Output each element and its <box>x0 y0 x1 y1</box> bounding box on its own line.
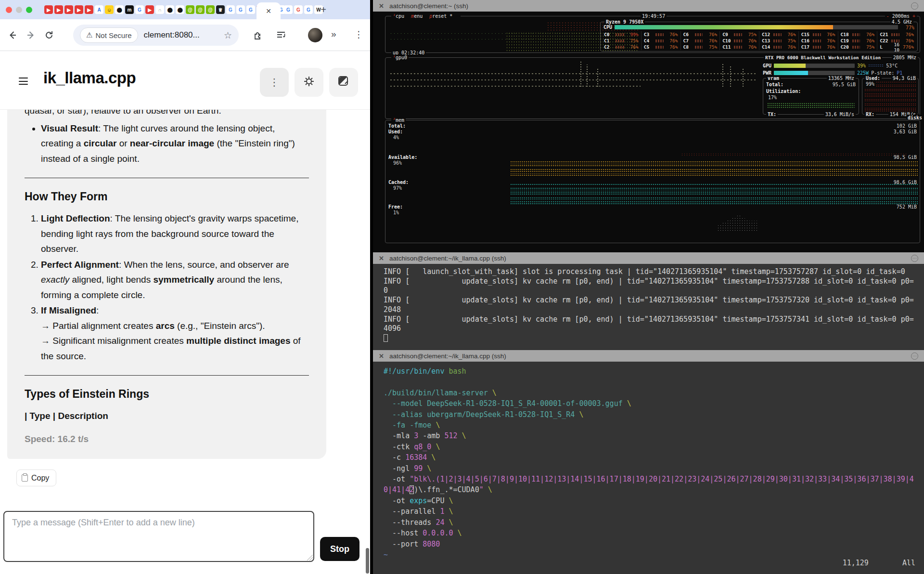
sidebar-menu-icon[interactable] <box>19 78 28 85</box>
vram-util-graph <box>767 103 855 109</box>
pinned-tab-youtube-icon[interactable]: ▶ <box>44 5 53 14</box>
resize-handle[interactable] <box>307 554 313 561</box>
page-scrollbar-thumb[interactable] <box>366 548 369 574</box>
pinned-tab-google-icon[interactable]: G <box>236 5 245 14</box>
btop-tab[interactable]: ¹cpu <box>393 13 404 19</box>
pinned-tab-m-site-icon[interactable]: m <box>125 5 134 14</box>
btop-tab[interactable]: preset * <box>429 13 452 19</box>
server-log-output[interactable]: INFO [ launch_slot_with_task] slot is pr… <box>373 264 924 343</box>
pinned-tab-google-icon[interactable]: G <box>304 5 313 14</box>
pinned-tab-youtube-icon[interactable]: ▶ <box>85 5 93 14</box>
pinned-tab-github-icon[interactable]: ⬤ <box>176 5 184 14</box>
core-cell: C1576% <box>798 31 838 38</box>
pinned-tab-github-icon[interactable]: ⬤ <box>166 5 174 14</box>
overflow-extensions-icon[interactable]: » <box>331 29 336 39</box>
pinned-tab-github-icon[interactable]: ⬤ <box>115 5 124 14</box>
address-bar[interactable]: ⚠ Not Secure clement:8080... ☆ <box>73 25 239 46</box>
pinned-tab-google-icon[interactable]: G <box>135 5 144 14</box>
new-tab-button[interactable]: + <box>318 4 329 15</box>
stop-button[interactable]: Stop <box>320 537 359 561</box>
core-cell: C1876% <box>838 31 877 38</box>
vim-statusline: 11,129 All <box>843 559 915 567</box>
terminal-window-vim: ✕ aatchison@clement:~/ik_llama.cpp (ssh)… <box>373 350 924 574</box>
terminal-menu-icon[interactable]: ⋯ <box>911 255 918 262</box>
extensions-icon[interactable] <box>252 29 264 41</box>
pinned-tab-google-icon[interactable]: G <box>294 5 303 14</box>
screen: ▶▶▶▶▶A☺⬤mG▶∩⬤⬤@@@♛GGG▶L1G ✕ GGGW + ⚠ Not… <box>0 0 924 574</box>
pinned-tabs: ▶▶▶▶▶A☺⬤mG▶∩⬤⬤@@@♛GGG▶L1G <box>44 5 285 14</box>
mem-row-value: 752 MiB <box>897 204 917 209</box>
core-cell: C576% <box>641 44 680 50</box>
divider <box>25 178 309 178</box>
vram-util-label: Utilization: <box>766 89 801 94</box>
security-chip[interactable]: ⚠ Not Secure <box>80 27 138 43</box>
settings-button[interactable] <box>295 68 323 97</box>
bookmark-star-icon[interactable]: ☆ <box>224 30 232 41</box>
copy-button[interactable]: Copy <box>16 470 56 486</box>
browser-menu-icon[interactable]: ⋮ <box>354 29 363 40</box>
mem-available-graph <box>510 161 918 177</box>
pinned-tab-nvidia-icon[interactable]: @ <box>196 5 205 14</box>
pinned-tab-youtube-icon[interactable]: ▶ <box>64 5 73 14</box>
btop-tab[interactable]: menu <box>411 13 423 19</box>
pinned-tab-nvidia-icon[interactable]: @ <box>186 5 194 14</box>
btop-menu-tabs[interactable]: ¹cpumenupreset * <box>391 13 461 19</box>
url-text[interactable]: clement:8080... <box>144 30 224 40</box>
minimize-window-button[interactable] <box>16 7 22 13</box>
cpu-total-percent: 77% <box>906 25 914 30</box>
kebab-icon: ⋮ <box>270 77 280 88</box>
core-cell: C2075% <box>838 44 877 50</box>
terminal-titlebar[interactable]: ✕ aatchison@clement:~ (ssh) ⋯ <box>373 0 924 12</box>
reload-icon[interactable] <box>43 29 55 41</box>
pinned-tab-github-dark-icon[interactable]: ♛ <box>216 5 225 14</box>
clipped-text-line: quasar, or star), relative to an observe… <box>25 109 309 118</box>
close-icon[interactable]: ✕ <box>379 255 384 262</box>
pinned-tab-youtube-icon[interactable]: ▶ <box>75 5 83 14</box>
mem-row-label: Cached: <box>388 180 409 185</box>
core-cell: C476% <box>641 38 680 44</box>
forward-icon[interactable] <box>25 29 37 41</box>
close-icon[interactable]: ✕ <box>379 2 384 10</box>
core-cell: C875% <box>680 44 720 50</box>
close-window-button[interactable] <box>6 7 12 13</box>
active-tab[interactable]: ✕ <box>257 2 281 19</box>
back-icon[interactable] <box>7 29 18 41</box>
pinned-tab-ollama-icon[interactable]: ∩ <box>155 5 164 14</box>
log-line: 2048 <box>384 305 924 315</box>
pinned-tab-youtube-icon[interactable]: ▶ <box>54 5 63 14</box>
terminal-menu-icon[interactable]: ⋯ <box>911 352 918 360</box>
gpu-name: RTX PRO 6000 Blackwell Workstation Editi… <box>764 54 882 61</box>
terminal-title: aatchison@clement:~/ik_llama.cpp (ssh) <box>389 255 506 262</box>
terminal-titlebar[interactable]: ✕ aatchison@clement:~/ik_llama.cpp (ssh)… <box>373 252 924 264</box>
pinned-tab-google-icon[interactable]: G <box>246 5 255 14</box>
log-line: INFO [ update_slots] kv cache rm [p0, en… <box>384 296 924 305</box>
tab-search-icon[interactable] <box>275 29 287 41</box>
close-icon[interactable]: ✕ <box>379 352 384 360</box>
tab-close-icon[interactable]: ✕ <box>266 7 271 15</box>
terminal-titlebar[interactable]: ✕ aatchison@clement:~/ik_llama.cpp (ssh)… <box>373 350 924 362</box>
message-input[interactable] <box>3 511 314 562</box>
pinned-tab-nvidia-icon[interactable]: @ <box>206 5 215 14</box>
profile-avatar[interactable] <box>308 28 322 42</box>
gpu-history-line <box>390 73 757 74</box>
mem-row-value: 3,63 GiB <box>894 129 917 134</box>
used-label: Used: <box>864 75 882 81</box>
pinned-tab-google-icon[interactable]: G <box>226 5 235 14</box>
core-cell: C1676% <box>798 38 838 44</box>
theme-toggle-button[interactable] <box>329 68 358 97</box>
browser-window: ▶▶▶▶▶A☺⬤mG▶∩⬤⬤@@@♛GGG▶L1G ✕ GGGW + ⚠ Not… <box>0 0 370 574</box>
vim-buffer[interactable]: #!/usr/bin/env bash ./build/bin/llama-se… <box>373 362 924 560</box>
pinned-tab-youtube-icon[interactable]: ▶ <box>145 5 154 14</box>
mem-row-label: Total: <box>388 123 406 129</box>
pinned-tab-huggingface-icon[interactable]: ☺ <box>105 5 114 14</box>
window-controls <box>6 7 32 13</box>
chat-options-button[interactable]: ⋮ <box>260 68 289 97</box>
log-line: INFO [ launch_slot_with_task] slot is pr… <box>384 267 924 277</box>
mem-cached-graph <box>510 183 918 205</box>
terminal-window-log: ✕ aatchison@clement:~/ik_llama.cpp (ssh)… <box>373 252 924 350</box>
pinned-tab-claude-icon[interactable]: A <box>95 5 103 14</box>
pinned-tab-google-icon[interactable]: G <box>284 5 293 14</box>
chat-scroll-area[interactable]: quasar, or star), relative to an observe… <box>0 109 370 511</box>
terminal-menu-icon[interactable]: ⋯ <box>911 2 918 10</box>
zoom-window-button[interactable] <box>26 7 32 13</box>
